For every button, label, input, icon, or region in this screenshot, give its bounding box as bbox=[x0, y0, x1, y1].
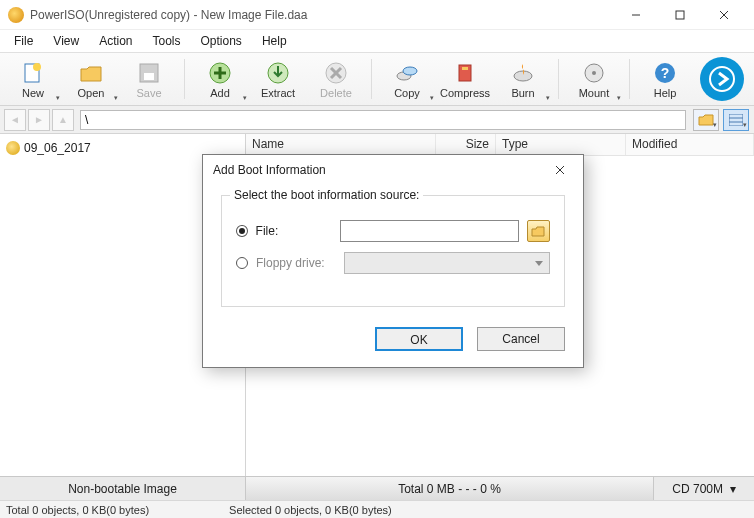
toolbar: New▾ Open▾ Save Add▾ Extract Delete Copy… bbox=[0, 52, 754, 106]
file-radio[interactable] bbox=[236, 225, 248, 237]
open-icon bbox=[78, 60, 104, 86]
path-input[interactable] bbox=[80, 110, 686, 130]
svg-rect-25 bbox=[729, 114, 743, 126]
menu-action[interactable]: Action bbox=[89, 32, 142, 50]
add-icon bbox=[207, 60, 233, 86]
burn-icon bbox=[510, 60, 536, 86]
next-button[interactable] bbox=[700, 57, 744, 101]
nav-up-button[interactable]: ▲ bbox=[52, 109, 74, 131]
burn-button[interactable]: Burn▾ bbox=[494, 54, 552, 104]
column-size[interactable]: Size bbox=[436, 134, 496, 155]
toolbar-separator bbox=[371, 59, 372, 99]
menu-view[interactable]: View bbox=[43, 32, 89, 50]
tree-root-label: 09_06_2017 bbox=[24, 141, 91, 155]
svg-rect-18 bbox=[462, 67, 468, 70]
extract-icon bbox=[265, 60, 291, 86]
delete-label: Delete bbox=[320, 87, 352, 99]
app-icon bbox=[8, 7, 24, 23]
menubar: File View Action Tools Options Help bbox=[0, 30, 754, 52]
svg-point-21 bbox=[592, 71, 596, 75]
mount-label: Mount bbox=[579, 87, 610, 99]
nav-forward-button[interactable]: ► bbox=[28, 109, 50, 131]
toolbar-separator bbox=[184, 59, 185, 99]
open-button[interactable]: Open▾ bbox=[62, 54, 120, 104]
compress-icon bbox=[452, 60, 478, 86]
help-label: Help bbox=[654, 87, 677, 99]
toolbar-separator bbox=[629, 59, 630, 99]
add-button[interactable]: Add▾ bbox=[191, 54, 249, 104]
svg-point-5 bbox=[33, 63, 41, 71]
menu-file[interactable]: File bbox=[4, 32, 43, 50]
compress-button[interactable]: Compress bbox=[436, 54, 494, 104]
file-row: File: bbox=[236, 218, 550, 244]
copy-label: Copy bbox=[394, 87, 420, 99]
svg-text:?: ? bbox=[661, 65, 670, 81]
new-label: New bbox=[22, 87, 44, 99]
save-button[interactable]: Save bbox=[120, 54, 178, 104]
column-name[interactable]: Name bbox=[246, 134, 436, 155]
svg-rect-7 bbox=[144, 73, 154, 80]
delete-icon bbox=[323, 60, 349, 86]
svg-point-16 bbox=[403, 67, 417, 75]
menu-options[interactable]: Options bbox=[191, 32, 252, 50]
cancel-button[interactable]: Cancel bbox=[477, 327, 565, 351]
copy-icon bbox=[394, 60, 420, 86]
status-bar-1: Non-bootable Image Total 0 MB - - - 0 % … bbox=[0, 476, 754, 500]
add-label: Add bbox=[210, 87, 230, 99]
total-status: Total 0 MB - - - 0 % bbox=[246, 477, 654, 500]
window-title: PowerISO(Unregistered copy) - New Image … bbox=[30, 8, 307, 22]
save-icon bbox=[136, 60, 162, 86]
dialog-buttons: OK Cancel bbox=[203, 313, 583, 367]
svg-point-24 bbox=[710, 67, 734, 91]
dialog-titlebar: Add Boot Information bbox=[203, 155, 583, 185]
extract-label: Extract bbox=[261, 87, 295, 99]
maximize-button[interactable] bbox=[658, 0, 702, 30]
new-button[interactable]: New▾ bbox=[4, 54, 62, 104]
floppy-radio-label[interactable]: Floppy drive: bbox=[256, 256, 336, 270]
delete-button[interactable]: Delete bbox=[307, 54, 365, 104]
new-icon bbox=[20, 60, 46, 86]
boot-status[interactable]: Non-bootable Image bbox=[0, 477, 246, 500]
toolbar-separator bbox=[558, 59, 559, 99]
close-button[interactable] bbox=[702, 0, 746, 30]
source-groupbox: Select the boot information source: File… bbox=[221, 195, 565, 307]
mount-icon bbox=[581, 60, 607, 86]
extract-button[interactable]: Extract bbox=[249, 54, 307, 104]
list-header: Name Size Type Modified bbox=[246, 134, 754, 156]
dialog-title: Add Boot Information bbox=[213, 163, 326, 177]
file-path-input[interactable] bbox=[340, 220, 519, 242]
add-boot-dialog: Add Boot Information Select the boot inf… bbox=[202, 154, 584, 368]
status-selected: Selected 0 objects, 0 KB(0 bytes) bbox=[229, 504, 392, 516]
ok-button[interactable]: OK bbox=[375, 327, 463, 351]
mount-button[interactable]: Mount▾ bbox=[565, 54, 623, 104]
menu-help[interactable]: Help bbox=[252, 32, 297, 50]
floppy-row: Floppy drive: bbox=[236, 250, 550, 276]
view-details-button[interactable]: ▾ bbox=[723, 109, 749, 131]
view-folder-button[interactable]: ▾ bbox=[693, 109, 719, 131]
group-label: Select the boot information source: bbox=[230, 188, 423, 202]
copy-button[interactable]: Copy▾ bbox=[378, 54, 436, 104]
titlebar: PowerISO(Unregistered copy) - New Image … bbox=[0, 0, 754, 30]
svg-rect-1 bbox=[676, 11, 684, 19]
open-label: Open bbox=[78, 87, 105, 99]
column-modified[interactable]: Modified bbox=[626, 134, 754, 155]
browse-button[interactable] bbox=[527, 220, 550, 242]
file-radio-label[interactable]: File: bbox=[256, 224, 332, 238]
status-bar-2: Total 0 objects, 0 KB(0 bytes) Selected … bbox=[0, 500, 754, 518]
minimize-button[interactable] bbox=[614, 0, 658, 30]
save-label: Save bbox=[136, 87, 161, 99]
column-type[interactable]: Type bbox=[496, 134, 626, 155]
media-size[interactable]: CD 700M ▾ bbox=[654, 477, 754, 500]
menu-tools[interactable]: Tools bbox=[143, 32, 191, 50]
floppy-radio[interactable] bbox=[236, 257, 248, 269]
pathbar: ◄ ► ▲ ▾ ▾ bbox=[0, 106, 754, 134]
compress-label: Compress bbox=[440, 87, 490, 99]
floppy-drive-combo bbox=[344, 252, 550, 274]
status-total: Total 0 objects, 0 KB(0 bytes) bbox=[6, 504, 149, 516]
disc-icon bbox=[6, 141, 20, 155]
burn-label: Burn bbox=[511, 87, 534, 99]
help-icon: ? bbox=[652, 60, 678, 86]
help-button[interactable]: ?Help bbox=[636, 54, 694, 104]
dialog-close-button[interactable] bbox=[547, 160, 573, 180]
nav-back-button[interactable]: ◄ bbox=[4, 109, 26, 131]
